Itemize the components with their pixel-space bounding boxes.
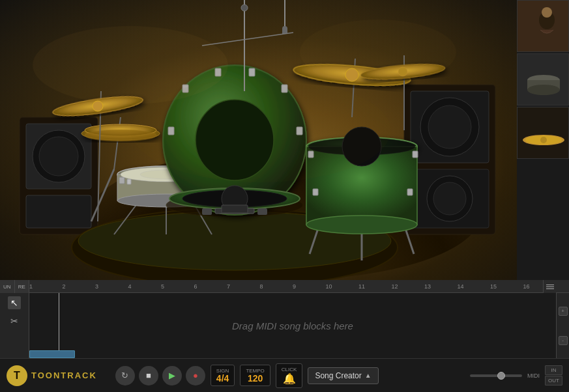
drum-kit-area [0,0,569,280]
midi-out-button[interactable]: OUT [545,376,562,385]
timeline-ruler: UN RE 12345678910111213141516 [0,280,569,293]
svg-rect-5 [26,195,91,228]
hamburger-line-2 [546,287,554,287]
svg-point-95 [540,137,547,143]
thumbnail-drummer[interactable] [517,0,569,52]
svg-rect-67 [413,151,418,158]
track-block[interactable] [29,350,75,358]
bottom-controls: T TOONTRACK ↻ ■ ▶ ● Sign 4/4 Tempo 120 C… [0,358,569,392]
ruler-mark-14: 14 [458,283,464,290]
song-creator-label: Song Creator [315,371,361,380]
hamburger-line-1 [546,285,554,285]
ruler-mark-8: 8 [260,283,263,290]
hamburger-line-3 [546,288,554,289]
svg-rect-25 [119,177,124,184]
svg-point-12 [433,182,466,215]
record-button[interactable]: ● [186,366,205,385]
thumbnail-cymbal[interactable] [517,107,569,159]
ruler-mark-12: 12 [392,283,398,290]
hamburger-menu[interactable] [543,280,556,293]
ruler-mark-4: 4 [128,283,132,290]
svg-rect-57 [222,205,248,213]
svg-point-87 [542,7,552,18]
select-tool[interactable]: ↖ [8,296,21,309]
playhead-indicator [59,293,59,358]
undo-button[interactable]: UN [0,280,15,293]
redo-button[interactable]: RE [15,280,30,293]
tempo-display[interactable]: Tempo 120 [240,365,270,386]
svg-rect-69 [407,189,413,195]
svg-point-9 [428,105,471,148]
thumbnail-snare[interactable] [517,53,569,105]
song-creator-button[interactable]: Song Creator ▲ [308,367,378,384]
play-button[interactable]: ▶ [162,366,182,385]
click-section[interactable]: Click 🔔 [276,363,303,388]
svg-rect-55 [249,68,255,76]
svg-point-72 [93,101,103,111]
stop-button[interactable]: ■ [139,366,158,385]
svg-line-81 [202,33,293,46]
logo-circle: T [7,365,27,386]
ruler-mark-15: 15 [490,283,497,290]
tempo-value: 120 [248,374,263,383]
loop-button[interactable]: ↻ [115,366,135,385]
svg-point-63 [306,216,417,234]
track-scroll: + - [556,293,569,358]
cut-tool[interactable]: ✂ [8,315,21,328]
ruler-mark-3: 3 [95,283,98,290]
logo-text: TOONTRACK [31,371,97,380]
track-content: Drag MIDI song blocks here [29,293,556,358]
time-signature-display[interactable]: Sign 4/4 [211,365,235,386]
right-panel [517,0,569,280]
ruler-mark-2: 2 [63,283,66,290]
transport-bar: UN RE 12345678910111213141516 ↖ ✂ Drag M… [0,280,569,392]
ruler-mark-16: 16 [523,283,530,290]
svg-point-4 [39,137,78,176]
ruler-mark-7: 7 [227,283,230,290]
svg-point-80 [241,5,248,11]
hamburger-icon [546,285,554,289]
svg-point-83 [300,20,456,85]
svg-point-91 [527,85,560,95]
in-out-buttons: IN OUT [545,365,562,385]
track-area: ↖ ✂ Drag MIDI song blocks here + - [0,293,569,358]
midi-controls: MIDI IN OUT [470,365,562,385]
midi-in-button[interactable]: IN [545,365,562,375]
ruler-mark-11: 11 [358,283,365,290]
slider-thumb [497,372,505,380]
drum-kit-svg [0,0,515,280]
midi-slider-container [470,374,522,377]
song-creator-arrow: ▲ [365,372,372,379]
ruler-mark-5: 5 [161,283,164,290]
ruler-mark-13: 13 [424,283,431,290]
toontrack-logo: T TOONTRACK [7,365,97,386]
click-icon: 🔔 [283,372,296,385]
svg-rect-48 [202,208,212,215]
svg-rect-92 [518,107,569,159]
midi-label: MIDI [527,372,540,379]
click-label: Click [282,367,297,372]
svg-point-84 [130,78,391,182]
scroll-down-button[interactable]: - [559,336,568,345]
transport-controls: ↻ ■ ▶ ● [115,366,205,385]
drag-midi-hint: Drag MIDI song blocks here [232,320,353,331]
track-tools: ↖ ✂ [0,293,29,358]
ruler-mark-1: 1 [29,283,33,290]
ruler-mark-6: 6 [194,283,197,290]
ruler-mark-9: 9 [293,283,296,290]
scroll-up-button[interactable]: + [559,307,568,316]
ruler-mark-10: 10 [326,283,332,290]
sign-value: 4/4 [216,374,229,383]
midi-volume-slider[interactable] [470,374,522,377]
ruler-numbers: 12345678910111213141516 [29,280,556,293]
undo-redo-controls: UN RE [0,280,29,293]
svg-rect-27 [127,179,131,184]
svg-rect-49 [257,208,267,215]
svg-rect-68 [313,189,318,195]
